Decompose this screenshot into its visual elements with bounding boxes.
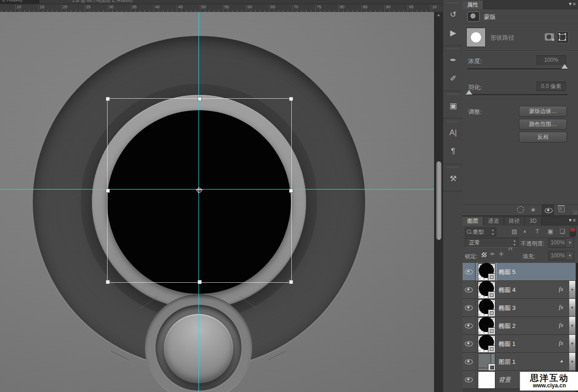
layer-row[interactable]: 图层 1◕▼ [463,353,578,371]
lock-transparency-icon[interactable] [481,252,487,258]
density-slider-thumb[interactable] [561,64,568,69]
panel-menu-icon[interactable]: ▼≡ [568,1,576,6]
tab-properties[interactable]: 属性 [463,0,483,9]
layer-thumbnail[interactable] [478,263,495,281]
collapse-effects-button[interactable]: ▼ [569,353,575,370]
mask-edge-button[interactable]: 蒙版边缘… [519,106,567,117]
lock-pixels-icon[interactable]: ✏ [490,251,495,257]
layer-row[interactable]: 椭圆 4fx▼ [463,281,578,299]
history-icon[interactable]: ↺ [443,6,463,24]
character-panel-icon[interactable]: A| [443,124,463,143]
layer-thumbnail[interactable] [478,371,495,389]
notch-edge [268,351,286,361]
transform-handle-n[interactable] [198,97,202,101]
visibility-toggle[interactable] [463,299,476,316]
transform-handle-w[interactable] [106,189,110,193]
density-slider[interactable] [467,68,568,70]
invert-button[interactable]: 反相 [519,132,567,143]
panel-menu-icon[interactable]: ▼≡ [568,218,576,223]
layer-thumbnail[interactable] [478,299,495,317]
vector-mask-button[interactable] [557,31,569,43]
delete-mask-icon[interactable] [559,207,565,212]
layer-name[interactable]: 椭圆 2 [499,322,516,330]
blend-mode-dropdown[interactable]: 正常 ▲▼ [465,238,518,248]
feather-value[interactable]: 0.0 像素 [536,82,566,91]
add-pixel-mask-icon[interactable] [545,33,554,41]
transform-reference-point[interactable] [197,188,202,193]
opacity-value[interactable]: 100% [548,238,567,248]
density-value[interactable]: 100% [536,55,566,65]
clone-source-icon[interactable]: ▣ [443,97,463,115]
paragraph-panel-icon[interactable]: ¶ [443,143,463,161]
actions-play-icon[interactable]: ▶ [443,24,463,42]
visibility-toggle[interactable] [463,281,476,298]
fill-dropdown-button[interactable]: ▼ [566,251,574,261]
adjust-label: 调整: [468,108,482,116]
tab-通道[interactable]: 通道 [483,217,504,226]
collapse-effects-button[interactable]: ▼ [569,335,575,352]
load-selection-icon[interactable] [517,206,524,213]
mask-visibility-button[interactable] [542,205,555,216]
tab-图层[interactable]: 图层 [463,217,483,226]
filter-shape-layers-icon[interactable]: ▣ [548,228,553,235]
fill-value[interactable]: 100% [548,251,567,261]
ruler-label: 65 [271,5,275,9]
collapse-effects-button[interactable]: ▼ [569,317,575,334]
scrollbar-thumb[interactable] [436,161,441,240]
tab-3d[interactable]: 3D [525,217,542,226]
brush-presets-icon[interactable]: ✒ [443,51,463,70]
layer-row[interactable]: 椭圆 3fx▼ [463,299,578,317]
feather-slider[interactable] [467,94,568,96]
layer-name[interactable]: 椭圆 1 [499,340,516,348]
visibility-toggle[interactable] [463,263,476,280]
filter-type-layers-icon[interactable]: T [536,228,539,235]
scroll-up-icon[interactable]: ▲ [437,13,440,17]
layer-name[interactable]: 椭圆 3 [499,304,516,312]
canvas-vertical-scrollbar[interactable]: ▲ [434,12,443,392]
ruler-label: 75 [317,5,321,9]
shape-path-thumbnail[interactable] [466,28,486,47]
feather-slider-thumb[interactable] [466,90,472,95]
ruler-tick [408,5,408,12]
layer-row[interactable]: 椭圆 2fx▼ [463,317,578,335]
layer-thumbnail[interactable] [478,317,495,335]
visibility-toggle[interactable] [463,317,476,334]
brush-icon[interactable]: ✐ [443,70,463,88]
tab-路径[interactable]: 路径 [504,217,525,226]
transform-handle-e[interactable] [289,189,293,193]
layer-name[interactable]: 图层 1 [499,358,516,366]
canvas-area[interactable] [0,12,434,392]
filter-pixel-layers-icon[interactable]: ▨ [512,228,517,235]
filter-adjustment-layers-icon[interactable]: ◐ [524,228,527,235]
lock-position-icon[interactable]: ✛ [499,251,504,257]
tool-presets-icon[interactable]: ⚒ [443,170,463,188]
filter-smart-objects-icon[interactable]: ❏ [560,228,565,235]
layer-row[interactable]: 椭圆 5 [463,263,578,281]
document-tab-active[interactable]: 5, RGB/8) [0,0,39,4]
panel-column: 属性 ▼≡ 蒙版 形状路径 浓度: 100% 羽化: 0.0 像素 [463,0,578,392]
transform-handle-ne[interactable] [289,97,293,101]
layer-name[interactable]: 椭圆 4 [499,286,516,294]
opacity-dropdown-button[interactable]: ▼ [566,238,574,248]
collapse-effects-button[interactable]: ▼ [569,281,575,298]
layer-name[interactable]: 背景 [499,376,511,384]
layer-thumbnail[interactable] [478,335,495,353]
transform-handle-sw[interactable] [106,280,110,284]
color-range-button[interactable]: 颜色范围… [519,119,567,130]
visibility-toggle[interactable] [463,371,476,388]
transform-handle-s[interactable] [198,280,202,284]
visibility-toggle[interactable] [463,353,476,370]
document-tab[interactable]: 1.tif @ 66.7%(图层 2, RGB/8) [39,0,444,4]
layer-filtering-toggle[interactable] [570,227,576,237]
panel-resize-grip[interactable] [572,210,577,214]
apply-mask-icon[interactable] [530,207,536,213]
filter-type-dropdown[interactable]: 类型 ▲▼ [465,227,496,237]
layer-thumbnail[interactable] [478,353,495,371]
layer-row[interactable]: 椭圆 1fx▼ [463,335,578,353]
layer-thumbnail[interactable] [478,281,495,299]
transform-handle-nw[interactable] [106,97,110,101]
collapse-effects-button[interactable]: ▼ [569,299,575,316]
transform-handle-se[interactable] [289,280,293,284]
visibility-toggle[interactable] [463,335,476,352]
layer-name[interactable]: 椭圆 5 [499,268,516,276]
